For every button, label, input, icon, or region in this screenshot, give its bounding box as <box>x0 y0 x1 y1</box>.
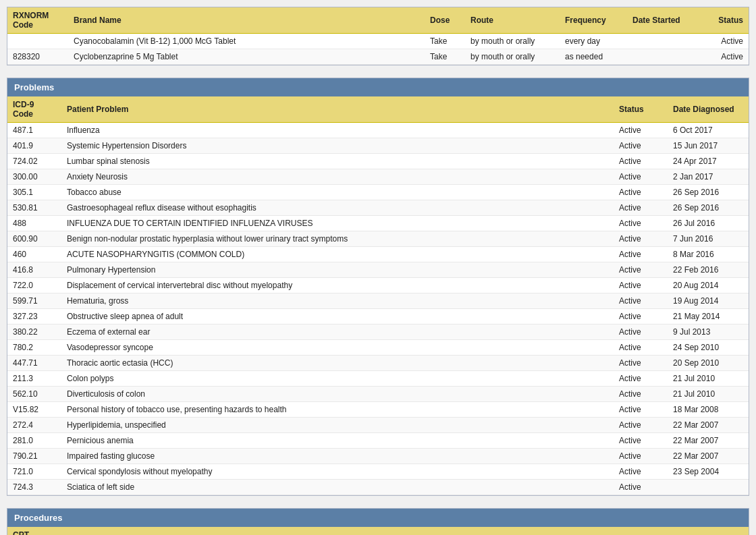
prob-problem: INFLUENZA DUE TO CERTAIN IDENTIFIED INFL… <box>61 216 614 231</box>
problem-row: 722.0 Displacement of cervical intervert… <box>7 278 749 293</box>
prob-datediag: 19 Aug 2014 <box>668 293 749 309</box>
prob-icd: 780.2 <box>7 340 61 356</box>
medication-row: 828320 Cyclobenzaprine 5 Mg Tablet Take … <box>7 49 749 65</box>
problem-row: 562.10 Diverticulosis of colon Active 21… <box>7 387 749 402</box>
prob-icd: 447.71 <box>7 356 61 371</box>
prob-icd: 599.71 <box>7 293 61 309</box>
prob-icd: 488 <box>7 216 61 231</box>
prob-problem: Diverticulosis of colon <box>61 387 614 402</box>
prob-icd: 460 <box>7 247 61 262</box>
prob-datediag: 22 Mar 2007 <box>668 449 749 464</box>
col-cpt-header: CPTCode <box>7 527 48 535</box>
prob-problem: Benign non-nodular prostatic hyperplasia… <box>61 231 614 247</box>
problem-row: 487.1 Influenza Active 6 Oct 2017 <box>7 123 749 138</box>
col-dose-header: Dose <box>425 7 465 34</box>
prob-status: Active <box>614 356 668 371</box>
prob-datediag: 22 Mar 2007 <box>668 433 749 449</box>
col-desc-header: Description <box>48 527 668 535</box>
prob-problem: Hematuria, gross <box>61 293 614 309</box>
col-status-header: Status <box>701 7 749 34</box>
prob-status: Active <box>614 231 668 247</box>
col-pstatus-header: Status <box>614 96 668 123</box>
col-frequency-header: Frequency <box>560 7 627 34</box>
prob-datediag: 18 Mar 2008 <box>668 402 749 418</box>
prob-datediag: 20 Aug 2014 <box>668 278 749 293</box>
prob-icd: 327.23 <box>7 309 61 325</box>
prob-datediag: 8 Mar 2016 <box>668 247 749 262</box>
prob-icd: 530.81 <box>7 200 61 216</box>
prob-icd: 305.1 <box>7 185 61 200</box>
prob-status: Active <box>614 371 668 387</box>
prob-problem: Personal history of tobacco use, present… <box>61 402 614 418</box>
problem-row: 721.0 Cervical spondylosis without myelo… <box>7 464 749 480</box>
prob-datediag: 23 Sep 2004 <box>668 464 749 480</box>
prob-datediag: 21 Jul 2010 <box>668 371 749 387</box>
med-status: Active <box>701 49 749 65</box>
prob-datediag: 2 Jan 2017 <box>668 169 749 185</box>
prob-icd: 721.0 <box>7 464 61 480</box>
col-icd-header: ICD-9 Code <box>7 96 61 123</box>
prob-status: Active <box>614 200 668 216</box>
prob-problem: Displacement of cervical intervertebral … <box>61 278 614 293</box>
problem-row: 327.23 Obstructive sleep apnea of adult … <box>7 309 749 325</box>
med-brand: Cyanocobalamin (Vit B-12) 1,000 McG Tabl… <box>68 34 425 49</box>
medications-header-row: RXNORM Code Brand Name Dose Route Freque… <box>7 7 749 34</box>
problem-row: 416.8 Pulmonary Hypertension Active 22 F… <box>7 262 749 278</box>
prob-icd: 272.4 <box>7 418 61 433</box>
col-brand-header: Brand Name <box>68 7 425 34</box>
problem-row: 530.81 Gastroesophageal reflux disease w… <box>7 200 749 216</box>
prob-status: Active <box>614 154 668 169</box>
prob-status: Active <box>614 216 668 231</box>
prob-status: Active <box>614 262 668 278</box>
col-rxnorm-header: RXNORM Code <box>7 7 68 34</box>
prob-problem: Anxiety Neurosis <box>61 169 614 185</box>
procedures-header-row: CPTCode Description Date <box>7 527 749 535</box>
prob-problem: Impaired fasting glucose <box>61 449 614 464</box>
prob-problem: ACUTE NASOPHARYNGITIS (COMMON COLD) <box>61 247 614 262</box>
problems-header-row: ICD-9 Code Patient Problem Status Date D… <box>7 96 749 123</box>
prob-problem: Sciatica of left side <box>61 480 614 495</box>
procedures-section-header: Procedures <box>7 509 749 527</box>
med-frequency: as needed <box>560 49 627 65</box>
prob-datediag: 21 May 2014 <box>668 309 749 325</box>
prob-problem: Systemic Hypertension Disorders <box>61 138 614 154</box>
problem-row: 272.4 Hyperlipidemia, unspecified Active… <box>7 418 749 433</box>
prob-problem: Cervical spondylosis without myelopathy <box>61 464 614 480</box>
med-route: by mouth or orally <box>465 34 560 49</box>
prob-status: Active <box>614 325 668 340</box>
prob-datediag: 26 Sep 2016 <box>668 200 749 216</box>
prob-icd: 281.0 <box>7 433 61 449</box>
prob-problem: Pernicious anemia <box>61 433 614 449</box>
prob-datediag: 22 Feb 2016 <box>668 262 749 278</box>
med-brand: Cyclobenzaprine 5 Mg Tablet <box>68 49 425 65</box>
med-dose: Take <box>425 34 465 49</box>
prob-icd: 790.21 <box>7 449 61 464</box>
prob-datediag: 20 Sep 2010 <box>668 356 749 371</box>
prob-icd: 724.3 <box>7 480 61 495</box>
prob-datediag: 26 Jul 2016 <box>668 216 749 231</box>
prob-datediag: 24 Apr 2017 <box>668 154 749 169</box>
problems-section: Problems ICD-9 Code Patient Problem Stat… <box>7 78 749 496</box>
prob-datediag: 7 Jun 2016 <box>668 231 749 247</box>
prob-status: Active <box>614 293 668 309</box>
prob-icd: 487.1 <box>7 123 61 138</box>
prob-problem: Hyperlipidemia, unspecified <box>61 418 614 433</box>
med-status: Active <box>701 34 749 49</box>
prob-status: Active <box>614 309 668 325</box>
prob-datediag: 15 Jun 2017 <box>668 138 749 154</box>
prob-icd: 211.3 <box>7 371 61 387</box>
prob-status: Active <box>614 387 668 402</box>
prob-problem: Obstructive sleep apnea of adult <box>61 309 614 325</box>
prob-problem: Thoracic aortic ectasia (HCC) <box>61 356 614 371</box>
problem-row: 211.3 Colon polyps Active 21 Jul 2010 <box>7 371 749 387</box>
prob-status: Active <box>614 278 668 293</box>
prob-datediag <box>668 480 749 495</box>
problem-row: 488 INFLUENZA DUE TO CERTAIN IDENTIFIED … <box>7 216 749 231</box>
prob-datediag: 21 Jul 2010 <box>668 387 749 402</box>
col-datestarted-header: Date Started <box>627 7 701 34</box>
problem-row: 780.2 Vasodepressor syncope Active 24 Se… <box>7 340 749 356</box>
col-problem-header: Patient Problem <box>61 96 614 123</box>
problem-row: 300.00 Anxiety Neurosis Active 2 Jan 201… <box>7 169 749 185</box>
prob-status: Active <box>614 123 668 138</box>
prob-problem: Vasodepressor syncope <box>61 340 614 356</box>
